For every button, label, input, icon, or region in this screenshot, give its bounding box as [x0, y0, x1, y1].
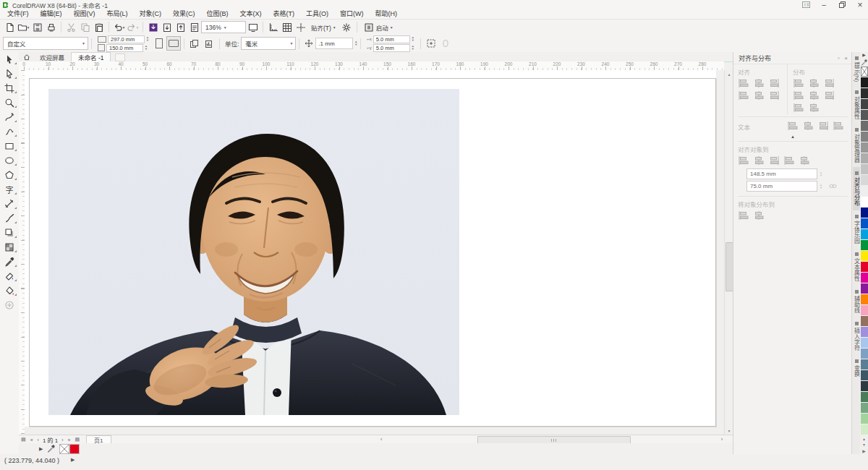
color-swatch-9f8fdc[interactable] [861, 327, 868, 337]
copy-button[interactable] [78, 21, 92, 34]
text-baseline-button[interactable] [802, 121, 814, 132]
duplicate-y-spinner[interactable]: ▲▼ [412, 45, 414, 51]
color-swatch-4a7c59[interactable] [861, 392, 868, 402]
add-page-end-button[interactable]: ▤ [72, 437, 82, 443]
paste-button[interactable] [92, 21, 106, 34]
color-swatch-001489[interactable] [861, 208, 868, 218]
text-add-button[interactable] [833, 121, 845, 132]
docker-tab-字体乐园[interactable]: 字体乐园 [853, 210, 861, 248]
tab-document-1[interactable]: 未命名 -1 [71, 52, 111, 61]
crop-tool[interactable] [0, 81, 19, 95]
color-swatch-5b7f95[interactable] [861, 359, 868, 369]
palette-eyedropper-icon[interactable] [861, 59, 867, 67]
docker-tab-对齐与分布[interactable]: 对齐与分布 [853, 167, 861, 210]
quick-customize-icon[interactable] [801, 1, 811, 9]
rectangle-tool[interactable] [0, 139, 19, 153]
palette-up-icon[interactable]: ▲ [862, 437, 866, 441]
color-swatch-d3ecc8[interactable] [861, 424, 868, 435]
palette-flyout-icon[interactable]: ▶ [862, 448, 866, 453]
color-swatch-00a3e0[interactable] [861, 229, 868, 239]
to-grid-button[interactable] [783, 155, 796, 166]
align-right-button[interactable] [768, 78, 780, 89]
color-swatch-2d3a42[interactable] [861, 381, 868, 391]
menu-item-9[interactable]: 表格(T) [268, 9, 301, 19]
horizontal-scrollbar[interactable]: ‹ › [380, 436, 723, 443]
artistic-media-tool[interactable] [0, 211, 19, 226]
palette-top-flyout-icon[interactable]: ▶ [862, 52, 866, 59]
docker-tab-对象管理器[interactable]: 对象管理器 [853, 124, 861, 167]
align-center-v-button[interactable] [753, 90, 765, 101]
docker-tab-变换[interactable]: 变换 [853, 355, 861, 381]
launch-dropdown[interactable]: 启动▼ [360, 22, 397, 33]
to-point-button[interactable] [799, 155, 811, 166]
current-page-button[interactable] [202, 36, 216, 51]
snap-to-dropdown[interactable]: 贴齐(T)▼ [307, 23, 340, 32]
new-document-button[interactable] [3, 21, 17, 34]
menu-item-1[interactable]: 文件(F) [1, 9, 35, 19]
color-swatch-f8a3bc[interactable] [861, 305, 868, 315]
align-to-height-field[interactable]: 75.0 mm [746, 181, 817, 192]
to-active-objects-button[interactable] [738, 155, 750, 166]
drawing-page[interactable] [29, 78, 716, 427]
text-bounding-box-button[interactable] [817, 121, 830, 132]
dist-center-v-button[interactable] [823, 90, 835, 101]
color-swatch-7da1c4[interactable] [861, 349, 868, 359]
extent-of-page-button[interactable] [753, 210, 765, 221]
color-swatch-94715f[interactable] [861, 316, 868, 326]
doc-color-e1001a[interactable] [69, 444, 80, 454]
page-preset-combo[interactable]: 自定义 ▼ [3, 37, 88, 50]
color-swatch-d8d8d8[interactable] [861, 175, 868, 185]
dist-center-h-button[interactable] [808, 78, 820, 89]
export-up-button[interactable] [174, 21, 187, 34]
open-folder-button[interactable]: ▼ [17, 21, 30, 34]
scroll-left-icon[interactable]: ‹ [380, 437, 382, 442]
page-width-field[interactable]: 297.0 mm [108, 35, 145, 43]
color-swatch-adadad[interactable] [861, 153, 868, 163]
align-top-button[interactable] [738, 90, 750, 101]
save-button[interactable] [30, 21, 44, 34]
link-values-icon[interactable] [829, 183, 837, 189]
palette-down-icon[interactable]: ▼ [862, 443, 866, 447]
docker-tab-文本属性[interactable]: 文本属性 [853, 248, 861, 286]
shape-tool[interactable] [0, 67, 19, 81]
color-swatch-eeeeee[interactable] [861, 186, 868, 196]
text-first-line-button[interactable] [787, 121, 799, 132]
extent-of-selection-button[interactable] [738, 210, 750, 221]
docker-close-icon[interactable]: × [843, 55, 849, 61]
color-swatch-a7c6ed[interactable] [861, 338, 868, 348]
tab-welcome-screen[interactable]: 欢迎屏幕 [33, 53, 71, 61]
freehand-tool[interactable] [0, 110, 19, 124]
home-icon[interactable] [23, 54, 30, 61]
cut-button[interactable] [64, 21, 78, 34]
close-button[interactable]: × [855, 1, 865, 9]
last-page-button[interactable]: » [66, 437, 73, 443]
restore-button[interactable] [837, 1, 847, 9]
menu-item-10[interactable]: 工具(O) [300, 9, 334, 19]
align-bottom-button[interactable] [768, 90, 780, 101]
interactive-fill-tool[interactable] [0, 269, 19, 283]
pick-tool[interactable] [0, 52, 19, 67]
align-center-h-button[interactable] [753, 78, 765, 89]
page-width-spinner[interactable]: ▲▼ [146, 36, 149, 42]
to-page-edge-button[interactable] [753, 155, 765, 166]
add-page-start-button[interactable]: ▤ [19, 437, 28, 443]
next-page-button[interactable]: › [59, 437, 65, 443]
color-swatch-1b1b1b[interactable] [861, 77, 868, 87]
portrait-button[interactable] [152, 36, 166, 51]
color-swatch-8a1a9b[interactable] [861, 283, 868, 294]
menu-item-3[interactable]: 视图(V) [68, 9, 101, 19]
options-gear-button[interactable] [340, 21, 354, 34]
color-swatch-a3d39c[interactable] [861, 414, 868, 424]
treat-as-filled-button[interactable] [424, 36, 438, 51]
docker-tab-提示N[interactable]: 提示(N) [853, 52, 861, 86]
nudge-spinner[interactable]: ▲▼ [354, 40, 357, 46]
dist-spacing-v-button[interactable] [793, 103, 805, 114]
docker-rollup-icon[interactable]: ▫ [836, 55, 841, 61]
doc-color-none[interactable] [59, 444, 69, 454]
undo-button[interactable]: ▼ [112, 21, 126, 34]
color-swatch-6d6d6d[interactable] [861, 121, 868, 131]
to-page-center-button[interactable] [768, 155, 780, 166]
units-combo[interactable]: 毫米 ▼ [241, 37, 296, 50]
drop-shadow-tool[interactable] [0, 226, 19, 240]
scroll-right-icon[interactable]: › [721, 437, 723, 442]
